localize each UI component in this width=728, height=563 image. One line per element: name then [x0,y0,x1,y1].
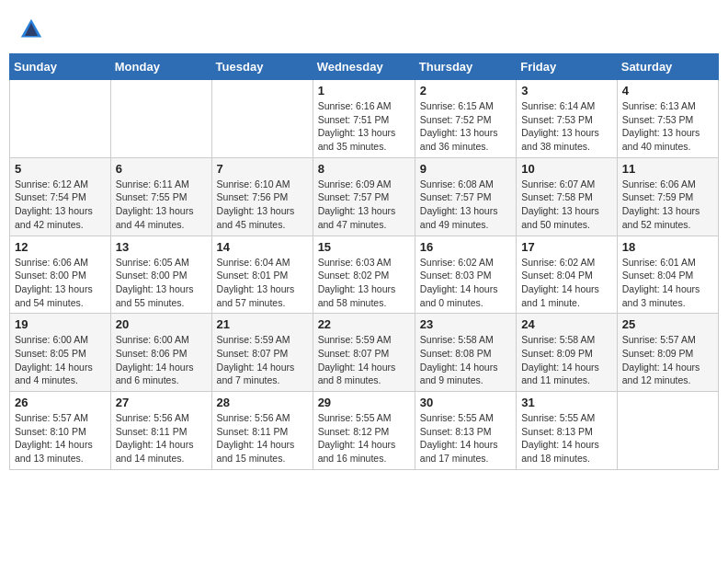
calendar-cell: 7Sunrise: 6:10 AM Sunset: 7:56 PM Daylig… [211,157,313,236]
day-number: 22 [318,317,410,331]
day-info: Sunrise: 6:08 AM Sunset: 7:57 PM Dayligh… [420,178,511,232]
day-number: 23 [420,317,511,331]
day-info: Sunrise: 6:06 AM Sunset: 7:59 PM Dayligh… [622,178,713,232]
day-info: Sunrise: 6:15 AM Sunset: 7:52 PM Dayligh… [420,99,511,154]
calendar-cell: 28Sunrise: 5:56 AM Sunset: 8:11 PM Dayli… [211,392,313,470]
day-info: Sunrise: 5:57 AM Sunset: 8:09 PM Dayligh… [622,333,713,387]
calendar-cell: 12Sunrise: 6:06 AM Sunset: 8:00 PM Dayli… [10,236,111,314]
day-number: 27 [116,396,207,409]
day-info: Sunrise: 6:00 AM Sunset: 8:05 PM Dayligh… [15,333,106,387]
day-number: 18 [622,240,713,254]
calendar-cell: 5Sunrise: 6:12 AM Sunset: 7:54 PM Daylig… [10,157,111,236]
day-number: 5 [15,162,106,176]
day-info: Sunrise: 6:11 AM Sunset: 7:55 PM Dayligh… [116,178,207,232]
calendar-cell: 22Sunrise: 5:59 AM Sunset: 8:07 PM Dayli… [313,314,415,392]
header-row: SundayMondayTuesdayWednesdayThursdayFrid… [10,54,719,80]
day-number: 28 [217,396,308,409]
day-header-sunday: Sunday [10,54,111,80]
day-info: Sunrise: 6:14 AM Sunset: 7:53 PM Dayligh… [521,99,612,154]
calendar-cell: 16Sunrise: 6:02 AM Sunset: 8:03 PM Dayli… [415,236,516,314]
day-info: Sunrise: 5:56 AM Sunset: 8:11 PM Dayligh… [217,411,308,465]
day-number: 17 [521,240,612,254]
day-info: Sunrise: 6:03 AM Sunset: 8:02 PM Dayligh… [318,256,410,310]
day-number: 8 [318,162,410,176]
calendar-cell: 24Sunrise: 5:58 AM Sunset: 8:09 PM Dayli… [517,314,618,392]
logo-icon [18,17,44,42]
day-number: 2 [420,84,511,98]
day-info: Sunrise: 5:55 AM Sunset: 8:13 PM Dayligh… [521,411,612,465]
logo [18,17,48,42]
day-info: Sunrise: 6:12 AM Sunset: 7:54 PM Dayligh… [15,178,106,232]
day-info: Sunrise: 6:13 AM Sunset: 7:53 PM Dayligh… [622,99,713,154]
calendar-cell: 3Sunrise: 6:14 AM Sunset: 7:53 PM Daylig… [517,80,618,158]
calendar-cell: 19Sunrise: 6:00 AM Sunset: 8:05 PM Dayli… [10,314,111,392]
day-info: Sunrise: 6:02 AM Sunset: 8:04 PM Dayligh… [521,256,612,310]
calendar-cell: 17Sunrise: 6:02 AM Sunset: 8:04 PM Dayli… [517,236,618,314]
calendar-cell: 31Sunrise: 5:55 AM Sunset: 8:13 PM Dayli… [517,392,618,470]
calendar-cell [617,392,718,470]
calendar-cell: 29Sunrise: 5:55 AM Sunset: 8:12 PM Dayli… [313,392,415,470]
day-number: 12 [15,240,106,254]
calendar-body: 1Sunrise: 6:16 AM Sunset: 7:51 PM Daylig… [10,80,719,470]
day-info: Sunrise: 5:58 AM Sunset: 8:08 PM Dayligh… [420,333,511,387]
calendar-cell: 9Sunrise: 6:08 AM Sunset: 7:57 PM Daylig… [415,157,516,236]
day-number: 11 [622,162,713,176]
day-number: 25 [622,317,713,331]
day-number: 26 [15,396,106,409]
day-number: 13 [116,240,207,254]
day-info: Sunrise: 6:00 AM Sunset: 8:06 PM Dayligh… [116,333,207,387]
day-info: Sunrise: 6:05 AM Sunset: 8:00 PM Dayligh… [116,256,207,310]
day-number: 10 [521,162,612,176]
day-header-tuesday: Tuesday [211,54,313,80]
calendar-table: SundayMondayTuesdayWednesdayThursdayFrid… [9,53,719,470]
day-number: 3 [521,84,612,98]
day-info: Sunrise: 5:56 AM Sunset: 8:11 PM Dayligh… [116,411,207,465]
day-header-wednesday: Wednesday [313,54,415,80]
day-number: 9 [420,162,511,176]
calendar-cell: 27Sunrise: 5:56 AM Sunset: 8:11 PM Dayli… [110,392,211,470]
day-info: Sunrise: 6:06 AM Sunset: 8:00 PM Dayligh… [15,256,106,310]
calendar-cell [10,80,111,158]
day-info: Sunrise: 6:09 AM Sunset: 7:57 PM Dayligh… [318,178,410,232]
day-number: 15 [318,240,410,254]
page-header [9,9,719,53]
day-info: Sunrise: 5:55 AM Sunset: 8:12 PM Dayligh… [318,411,410,465]
calendar-cell: 6Sunrise: 6:11 AM Sunset: 7:55 PM Daylig… [110,157,211,236]
calendar-cell: 26Sunrise: 5:57 AM Sunset: 8:10 PM Dayli… [10,392,111,470]
day-header-monday: Monday [110,54,211,80]
day-info: Sunrise: 6:10 AM Sunset: 7:56 PM Dayligh… [217,178,308,232]
day-number: 19 [15,317,106,331]
day-info: Sunrise: 5:57 AM Sunset: 8:10 PM Dayligh… [15,411,106,465]
calendar-cell: 13Sunrise: 6:05 AM Sunset: 8:00 PM Dayli… [110,236,211,314]
calendar-cell: 21Sunrise: 5:59 AM Sunset: 8:07 PM Dayli… [211,314,313,392]
day-number: 24 [521,317,612,331]
day-info: Sunrise: 6:07 AM Sunset: 7:58 PM Dayligh… [521,178,612,232]
day-number: 21 [217,317,308,331]
day-number: 1 [318,84,410,98]
day-number: 20 [116,317,207,331]
day-info: Sunrise: 6:04 AM Sunset: 8:01 PM Dayligh… [217,256,308,310]
day-number: 31 [521,396,612,409]
day-info: Sunrise: 5:58 AM Sunset: 8:09 PM Dayligh… [521,333,612,387]
week-row-3: 12Sunrise: 6:06 AM Sunset: 8:00 PM Dayli… [10,236,719,314]
week-row-1: 1Sunrise: 6:16 AM Sunset: 7:51 PM Daylig… [10,80,719,158]
day-number: 7 [217,162,308,176]
calendar-cell: 11Sunrise: 6:06 AM Sunset: 7:59 PM Dayli… [617,157,718,236]
day-header-saturday: Saturday [617,54,718,80]
day-info: Sunrise: 6:16 AM Sunset: 7:51 PM Dayligh… [318,99,410,154]
day-header-friday: Friday [517,54,618,80]
day-info: Sunrise: 6:01 AM Sunset: 8:04 PM Dayligh… [622,256,713,310]
day-number: 4 [622,84,713,98]
calendar-cell: 30Sunrise: 5:55 AM Sunset: 8:13 PM Dayli… [415,392,516,470]
calendar-cell [211,80,313,158]
week-row-4: 19Sunrise: 6:00 AM Sunset: 8:05 PM Dayli… [10,314,719,392]
day-info: Sunrise: 5:55 AM Sunset: 8:13 PM Dayligh… [420,411,511,465]
calendar-cell: 1Sunrise: 6:16 AM Sunset: 7:51 PM Daylig… [313,80,415,158]
calendar-cell: 20Sunrise: 6:00 AM Sunset: 8:06 PM Dayli… [110,314,211,392]
calendar-cell: 25Sunrise: 5:57 AM Sunset: 8:09 PM Dayli… [617,314,718,392]
calendar-cell: 15Sunrise: 6:03 AM Sunset: 8:02 PM Dayli… [313,236,415,314]
day-info: Sunrise: 6:02 AM Sunset: 8:03 PM Dayligh… [420,256,511,310]
calendar-cell: 8Sunrise: 6:09 AM Sunset: 7:57 PM Daylig… [313,157,415,236]
day-info: Sunrise: 5:59 AM Sunset: 8:07 PM Dayligh… [318,333,410,387]
day-number: 16 [420,240,511,254]
